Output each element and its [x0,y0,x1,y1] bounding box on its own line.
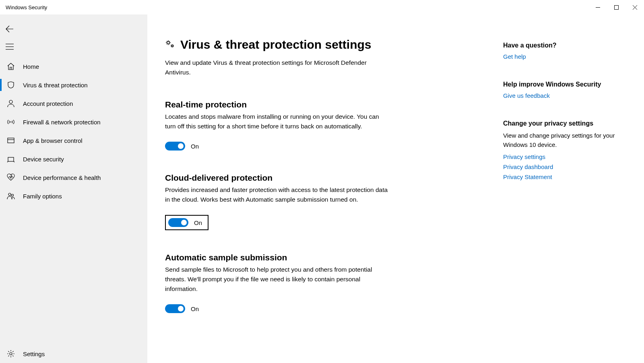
section-realtime: Real-time protection Locates and stops m… [165,100,390,151]
block-title: Change your privacy settings [503,120,628,127]
sidebar-item-label: Virus & threat protection [23,82,88,89]
cloud-toggle[interactable] [168,218,188,227]
broadcast-icon [6,117,16,127]
sidebar-item-settings[interactable]: Settings [0,344,147,363]
sidebar: Home Virus & threat protection Account p… [0,14,147,363]
svg-point-14 [10,353,12,355]
sidebar-item-app-browser[interactable]: App & browser control [0,131,147,150]
person-icon [6,99,16,108]
sidebar-item-label: Family options [23,193,62,200]
hamburger-button[interactable] [0,38,19,56]
svg-point-12 [8,193,11,196]
sidebar-item-firewall[interactable]: Firewall & network protection [0,113,147,131]
heart-icon [6,173,16,182]
privacy-statement-link[interactable]: Privacy Statement [503,173,628,180]
toggle-state-label: On [191,305,199,312]
close-button[interactable] [625,0,644,14]
sidebar-item-label: Home [23,63,39,70]
sidebar-item-family[interactable]: Family options [0,187,147,205]
gear-icon [6,349,16,359]
gears-icon [165,39,175,50]
section-title: Real-time protection [165,100,390,109]
sidebar-item-label: Settings [23,351,45,357]
svg-point-8 [10,122,12,123]
sidebar-item-performance[interactable]: Device performance & health [0,168,147,187]
section-sample: Automatic sample submission Send sample … [165,253,390,313]
titlebar: Windows Security [0,0,644,14]
privacy-settings-link[interactable]: Privacy settings [503,153,628,160]
focused-toggle-container: On [165,215,208,230]
svg-rect-11 [8,157,14,161]
section-description: Provides increased and faster protection… [165,185,390,204]
get-help-link[interactable]: Get help [503,53,628,60]
chip-icon [6,154,16,164]
block-title: Help improve Windows Security [503,81,628,88]
improve-block: Help improve Windows Security Give us fe… [503,81,628,99]
minimize-button[interactable] [588,0,607,14]
sidebar-item-label: Device performance & health [23,174,101,181]
section-cloud: Cloud-delivered protection Provides incr… [165,173,390,230]
svg-point-7 [9,100,12,103]
section-title: Automatic sample submission [165,253,390,262]
back-button[interactable] [0,20,19,38]
sidebar-item-virus[interactable]: Virus & threat protection [0,76,147,94]
sidebar-item-home[interactable]: Home [0,57,147,76]
section-title: Cloud-delivered protection [165,173,390,183]
svg-point-16 [171,45,173,47]
shield-icon [6,80,16,90]
section-description: Locates and stops malware from installin… [165,112,390,131]
sidebar-item-label: Firewall & network protection [23,119,101,126]
window-controls [588,0,644,14]
page-description: View and update Virus & threat protectio… [165,58,390,77]
block-title: Have a question? [503,42,628,49]
toggle-state-label: On [194,219,202,226]
maximize-button[interactable] [607,0,625,14]
section-description: Send sample files to Microsoft to help p… [165,265,390,294]
sidebar-item-label: Device security [23,156,64,163]
sidebar-item-label: Account protection [23,100,73,107]
svg-rect-9 [8,138,14,143]
home-icon [6,62,16,71]
toggle-state-label: On [191,143,199,150]
question-block: Have a question? Get help [503,42,628,60]
sidebar-item-label: App & browser control [23,137,83,144]
window-title: Windows Security [6,4,47,10]
feedback-link[interactable]: Give us feedback [503,92,628,99]
sidebar-item-device-security[interactable]: Device security [0,150,147,168]
realtime-toggle[interactable] [165,142,185,151]
privacy-block: Change your privacy settings View and ch… [503,120,628,180]
page-title: Virus & threat protection settings [180,38,372,52]
svg-point-13 [12,194,14,196]
block-description: View and change privacy settings for you… [503,131,628,149]
sample-toggle[interactable] [165,304,185,313]
people-icon [6,191,16,201]
svg-point-15 [167,41,169,44]
privacy-dashboard-link[interactable]: Privacy dashboard [503,163,628,170]
sidebar-item-account[interactable]: Account protection [0,94,147,113]
svg-rect-1 [614,5,618,9]
window-icon [6,136,16,145]
